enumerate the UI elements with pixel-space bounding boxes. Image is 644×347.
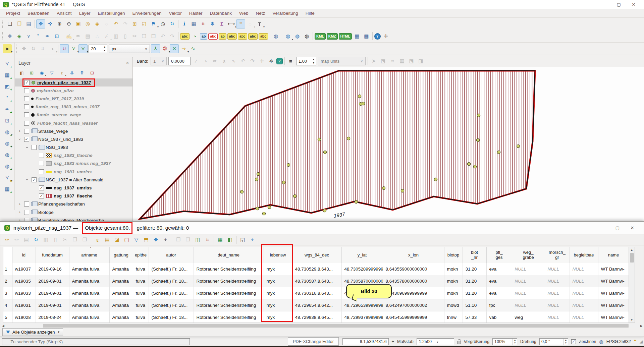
table-cell[interactable]: Rotbrauner Scheidenstreifling xyxy=(194,311,264,323)
layer-item-mykorrh-pilze-nsg-1937[interactable]: ✓mykorrh_pilze_nsg_1937 xyxy=(15,78,132,86)
menu-web[interactable]: Web xyxy=(236,10,252,17)
table-cell[interactable]: fulva xyxy=(133,311,149,323)
plugin-tools-icon[interactable]: ✛ xyxy=(381,32,390,41)
row-number[interactable]: 4 xyxy=(3,299,12,311)
layer-item-nsg-1937-umriss[interactable]: ✓nsg_1937_umriss xyxy=(15,184,132,192)
table-cell[interactable]: myk xyxy=(264,287,292,299)
raster-tools-icon[interactable]: ✛ xyxy=(257,57,266,66)
column-header-biot-_nr[interactable]: biot _nr xyxy=(463,247,486,263)
layer-item-nsg-1937-alter-bannwald[interactable]: ›✓NSG_1937 = Alter Bannwald xyxy=(15,176,132,184)
menu-einstellungen[interactable]: Einstellungen xyxy=(94,10,128,17)
table-cell[interactable]: Rotbrauner Scheidenstreifling xyxy=(194,275,264,287)
expand-arrow-icon[interactable]: › xyxy=(25,177,30,182)
table-cell[interactable]: NULL xyxy=(545,263,570,275)
new-vector-layer-icon[interactable]: ⋎+ xyxy=(3,59,12,68)
table-cell[interactable]: 2019-09-01 xyxy=(36,287,69,299)
field-calculator-icon[interactable]: ⌗ xyxy=(199,19,208,28)
table-cell[interactable]: Rotbrauner Scheidenstreifling xyxy=(194,299,264,311)
table-cell[interactable]: 48,730528999999997 xyxy=(341,263,383,275)
table-cell[interactable]: 48,729937999999997 xyxy=(341,311,383,323)
snap-intersection-icon[interactable]: ✕ xyxy=(170,44,179,53)
offset-tool-icon[interactable]: ∿ xyxy=(189,44,198,53)
column-header-wgs_84_dec[interactable]: wgs_84_dec xyxy=(292,247,341,263)
current-edits-icon[interactable]: ✍ xyxy=(64,32,73,41)
table-cell[interactable]: fulva xyxy=(133,299,149,311)
row-number[interactable]: 3 xyxy=(3,287,12,299)
table-cell[interactable]: w19028 xyxy=(12,311,36,323)
zoom-to-layer-icon[interactable]: ◈ xyxy=(93,19,102,28)
table-cell[interactable]: NULL xyxy=(545,287,570,299)
layer-checkbox[interactable] xyxy=(24,96,29,101)
expand-arrow-icon[interactable]: › xyxy=(17,202,22,207)
filter-legend-icon[interactable]: ▽ xyxy=(48,69,56,77)
menu-layer[interactable]: Layer xyxy=(76,10,94,17)
reshape-feature-icon[interactable]: ◑ xyxy=(48,44,57,53)
table-cell[interactable]: NULL xyxy=(512,263,545,275)
table-cell[interactable]: fulva xyxy=(133,263,149,275)
table-cell[interactable]: (Schaeff.) Fr. 18... xyxy=(149,263,194,275)
table-cell[interactable]: (Schaeff.) Fr. 18... xyxy=(149,275,194,287)
table-cell[interactable]: Rotbrauner Scheidenstreifling xyxy=(194,263,264,275)
column-header-gattung[interactable]: gattung xyxy=(109,247,133,263)
menu-hilfe[interactable]: Hilfe xyxy=(302,10,318,17)
zoom-to-selected-icon[interactable]: ⌖ xyxy=(161,235,170,244)
pan-map-icon[interactable]: ✥ xyxy=(36,19,45,28)
row-number[interactable]: 1 xyxy=(3,263,12,275)
raster-expression-icon[interactable]: ε xyxy=(220,57,229,66)
minimize-button[interactable]: – xyxy=(597,0,611,8)
zoom-native-icon[interactable]: ◌ xyxy=(102,19,111,28)
table-cell[interactable]: (Schaeff.) Fr. 18... xyxy=(149,287,194,299)
layer-item-funde-wt-2017-2019[interactable]: Funde_WT_2017_2019 xyxy=(15,95,132,103)
deselect-all-icon[interactable]: ⬔ xyxy=(407,57,416,66)
multiedit-icon[interactable]: ✏ xyxy=(12,235,21,244)
manage-map-themes-icon[interactable]: ◉ xyxy=(38,69,46,77)
new-shapefile-layer-icon[interactable]: ⊡+ xyxy=(3,116,12,125)
processing-toolbox-icon[interactable]: ✻ xyxy=(208,19,217,28)
column-header-name[interactable]: name xyxy=(598,247,629,263)
label-rotate-icon[interactable]: abc xyxy=(248,33,258,40)
dock-table-icon[interactable]: ◱ xyxy=(238,235,247,244)
magnifier-spinner[interactable]: 100%▲▼ xyxy=(492,338,517,345)
undo-icon[interactable]: ↶ xyxy=(158,32,167,41)
expression-filter-icon[interactable]: ε xyxy=(58,69,66,77)
scale-select[interactable]: 1:2500∨ xyxy=(417,338,454,345)
select-all-icon[interactable]: ▤ xyxy=(103,235,112,244)
zoom-in-icon[interactable]: ⊕ xyxy=(55,19,64,28)
vertical-scroll-thumb[interactable] xyxy=(630,253,634,263)
width-units-select[interactable]: map units∨ xyxy=(318,57,366,65)
table-cell[interactable]: myk xyxy=(264,275,292,287)
table-cell[interactable]: 48.730316,8.643... xyxy=(292,287,341,299)
scroll-down-icon[interactable]: ▼ xyxy=(629,317,635,323)
table-cell[interactable]: NULL xyxy=(570,299,598,311)
table-cell[interactable]: 31.20 xyxy=(463,275,486,287)
annotation-icon[interactable]: ◌ xyxy=(246,19,255,28)
new-gpx-icon[interactable]: ❜ xyxy=(34,32,43,41)
raster-undo-icon[interactable]: ↶ xyxy=(238,57,248,66)
new-project-icon[interactable]: ❏ xyxy=(5,19,14,28)
save-edits-icon[interactable]: ▤ xyxy=(83,32,92,41)
cut-features-icon[interactable]: ✂ xyxy=(130,32,139,41)
table-cell[interactable]: WT Bannw- xyxy=(598,311,629,323)
table-cell[interactable]: mowd xyxy=(444,299,463,311)
table-cell[interactable]: WT Bannw- xyxy=(598,263,629,275)
rotation-spinner[interactable]: 0,0 °▲▼ xyxy=(539,338,568,345)
table-cell[interactable]: 48.729654,8.642... xyxy=(292,299,341,311)
attr-minimize-button[interactable]: – xyxy=(595,224,610,232)
table-cell[interactable]: weg xyxy=(512,311,545,323)
db-manager-icon[interactable]: ◍ xyxy=(271,32,280,41)
new-geopackage-layer-icon[interactable]: ✒+ xyxy=(3,105,12,114)
metasearch-icon[interactable]: ◍ xyxy=(283,32,292,41)
zoom-next-icon[interactable]: ↷ xyxy=(121,19,130,28)
menu-netz[interactable]: Netz xyxy=(252,10,268,17)
layer-checkbox[interactable] xyxy=(24,129,29,134)
table-cell[interactable]: w19037 xyxy=(12,263,36,275)
field-calculator-icon[interactable]: ⌗ xyxy=(203,235,212,244)
table-cell[interactable]: Amanita fulva xyxy=(69,263,109,275)
table-cell[interactable]: fulva xyxy=(133,275,149,287)
refresh-map-icon[interactable]: ↻ xyxy=(168,19,177,28)
table-cell[interactable]: 8,643096999999999 xyxy=(383,287,444,299)
table-cell[interactable]: 48.730587,8.643... xyxy=(292,275,341,287)
paste-table-icon[interactable]: ❒ xyxy=(183,235,193,244)
open-attribute-table-icon[interactable]: ▦ xyxy=(189,19,198,28)
table-cell[interactable]: Rotbrauner Scheidenstreifling xyxy=(194,287,264,299)
